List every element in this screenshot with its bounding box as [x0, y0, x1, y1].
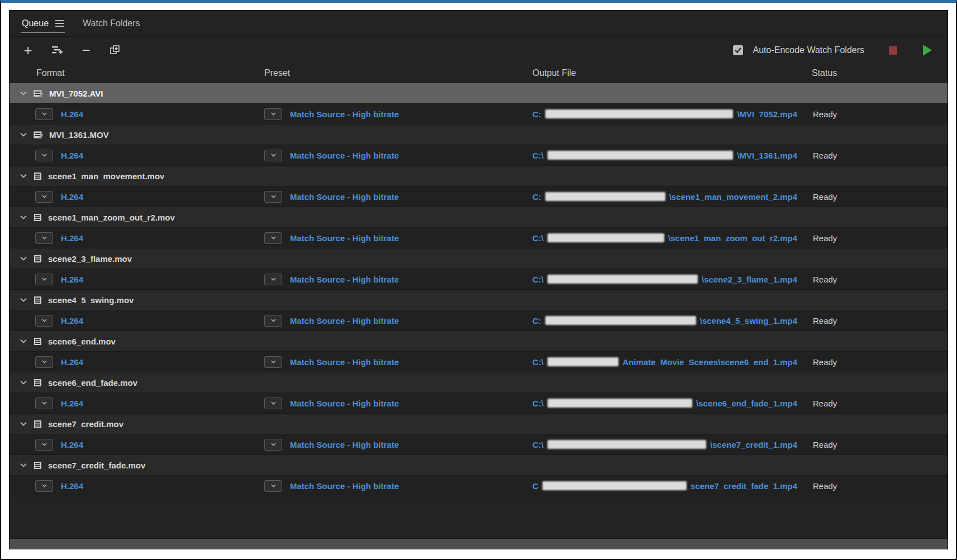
column-status: Status — [812, 68, 948, 78]
preset-link[interactable]: Match Source - High bitrate — [290, 316, 399, 326]
filmstrip-icon — [34, 379, 42, 387]
preset-link[interactable]: Match Source - High bitrate — [290, 192, 399, 202]
preset-link[interactable]: Match Source - High bitrate — [290, 151, 399, 160]
preset-dropdown[interactable] — [264, 439, 282, 451]
queue-source-row[interactable]: scene2_3_flame.mov — [9, 248, 948, 269]
source-name: scene7_credit.mov — [48, 419, 123, 429]
preset-link[interactable]: Match Source - High bitrate — [290, 233, 399, 243]
output-file-link[interactable]: C: \scene1_man_movement_2.mp4 — [532, 192, 812, 202]
preset-dropdown[interactable] — [264, 356, 282, 368]
queue-output-row[interactable]: H.264 Match Source - High bitrate C:\ \s… — [9, 434, 948, 455]
output-file-link[interactable]: C:\ \scene2_3_flame_1.mp4 — [532, 275, 812, 284]
output-file-link[interactable]: C:\ \scene7_credit_1.mp4 — [532, 440, 812, 449]
queue-output-row[interactable]: H.264 Match Source - High bitrate C scen… — [9, 476, 948, 496]
filmstrip-icon — [34, 461, 42, 470]
collapse-chevron-icon[interactable] — [20, 463, 27, 467]
remove-source-button[interactable]: − — [79, 43, 93, 58]
format-dropdown[interactable] — [35, 108, 53, 120]
preset-link[interactable]: Match Source - High bitrate — [290, 357, 399, 367]
format-link[interactable]: H.264 — [61, 316, 83, 326]
format-link[interactable]: H.264 — [61, 399, 83, 408]
format-link[interactable]: H.264 — [61, 109, 83, 119]
collapse-chevron-icon[interactable] — [20, 380, 27, 385]
output-file-link[interactable]: C:\ \MVI_1361.mp4 — [532, 151, 812, 160]
queue-output-row[interactable]: H.264 Match Source - High bitrate C: \MV… — [9, 104, 948, 125]
filmstrip-icon — [34, 172, 42, 180]
format-link[interactable]: H.264 — [61, 192, 83, 202]
collapse-chevron-icon[interactable] — [20, 422, 27, 426]
preset-link[interactable]: Match Source - High bitrate — [290, 481, 399, 491]
queue-source-row[interactable]: scene4_5_swing.mov — [9, 290, 948, 310]
panel-menu-icon[interactable] — [55, 20, 64, 27]
format-dropdown[interactable] — [35, 398, 53, 409]
format-link[interactable]: H.264 — [61, 357, 83, 367]
output-file-link[interactable]: C: \MVI_7052.mp4 — [532, 109, 812, 119]
output-file-link[interactable]: C:\ \scene6_end_fade_1.mp4 — [532, 399, 812, 408]
queue-source-row[interactable]: MVI_7052.AVI — [9, 83, 948, 104]
preset-dropdown[interactable] — [264, 398, 282, 409]
preset-dropdown[interactable] — [264, 315, 282, 327]
output-file-link[interactable]: C scene7_credit_fade_1.mp4 — [532, 481, 812, 491]
queue-output-row[interactable]: H.264 Match Source - High bitrate C: \sc… — [9, 310, 948, 331]
queue-source-row[interactable]: scene7_credit_fade.mov — [9, 455, 948, 476]
format-dropdown[interactable] — [35, 480, 53, 492]
preset-dropdown[interactable] — [264, 480, 282, 492]
format-link[interactable]: H.264 — [61, 233, 83, 243]
preset-link[interactable]: Match Source - High bitrate — [290, 399, 399, 408]
format-link[interactable]: H.264 — [61, 151, 83, 160]
queue-source-row[interactable]: scene1_man_zoom_out_r2.mov — [9, 207, 948, 228]
chevron-down-icon — [271, 195, 276, 198]
chevron-down-icon — [271, 360, 276, 363]
queue-source-row[interactable]: scene6_end.mov — [9, 331, 948, 352]
chevron-down-icon — [42, 401, 47, 405]
queue-source-row[interactable]: scene7_credit.mov — [9, 414, 948, 434]
format-link[interactable]: H.264 — [61, 275, 83, 284]
preset-dropdown[interactable] — [264, 274, 282, 285]
auto-encode-checkbox[interactable] — [733, 45, 743, 55]
queue-source-row[interactable]: MVI_1361.MOV — [9, 125, 948, 145]
collapse-chevron-icon[interactable] — [20, 91, 27, 95]
collapse-chevron-icon[interactable] — [20, 215, 27, 219]
preset-dropdown[interactable] — [264, 150, 282, 161]
queue-output-row[interactable]: H.264 Match Source - High bitrate C:\ \M… — [9, 145, 948, 166]
collapse-chevron-icon[interactable] — [20, 174, 27, 178]
collapse-chevron-icon[interactable] — [20, 256, 27, 261]
format-link[interactable]: H.264 — [61, 481, 83, 491]
preset-dropdown[interactable] — [264, 232, 282, 244]
add-source-button[interactable]: + — [21, 43, 35, 58]
format-dropdown[interactable] — [35, 274, 53, 285]
queue-output-row[interactable]: H.264 Match Source - High bitrate C: \sc… — [9, 186, 948, 207]
queue-output-row[interactable]: H.264 Match Source - High bitrate C:\ \s… — [9, 393, 948, 414]
output-path-redacted — [547, 275, 698, 284]
format-dropdown[interactable] — [35, 439, 53, 451]
format-dropdown[interactable] — [35, 315, 53, 327]
collapse-chevron-icon[interactable] — [20, 298, 27, 302]
queue-source-row[interactable]: scene1_man_movement.mov — [9, 166, 948, 186]
queue-source-row[interactable]: scene6_end_fade.mov — [9, 372, 948, 393]
output-file-link[interactable]: C: \scene4_5_swing_1.mp4 — [532, 316, 812, 326]
queue-output-row[interactable]: H.264 Match Source - High bitrate C:\ \s… — [9, 269, 948, 290]
preset-link[interactable]: Match Source - High bitrate — [290, 275, 399, 284]
format-dropdown[interactable] — [35, 356, 53, 368]
format-link[interactable]: H.264 — [61, 440, 83, 449]
tab-watch-folders[interactable]: Watch Folders — [83, 11, 140, 36]
preset-dropdown[interactable] — [264, 108, 282, 120]
preset-dropdown[interactable] — [264, 191, 282, 203]
start-queue-button[interactable] — [923, 45, 932, 56]
format-dropdown[interactable] — [35, 150, 53, 161]
preset-link[interactable]: Match Source - High bitrate — [290, 109, 399, 119]
output-file-link[interactable]: C:\ \scene1_man_zoom_out_r2.mp4 — [532, 233, 812, 243]
preset-link[interactable]: Match Source - High bitrate — [290, 440, 399, 449]
add-output-button[interactable] — [50, 43, 64, 58]
checkmark-icon — [735, 47, 741, 53]
tab-queue[interactable]: Queue — [22, 11, 64, 36]
format-dropdown[interactable] — [35, 232, 53, 244]
output-file-link[interactable]: C:\ Animate_Movie_Scenes\scene6_end_1.mp… — [532, 357, 812, 367]
collapse-chevron-icon[interactable] — [20, 339, 27, 343]
stop-queue-button[interactable] — [889, 46, 897, 55]
queue-output-row[interactable]: H.264 Match Source - High bitrate C:\ An… — [9, 352, 948, 372]
format-dropdown[interactable] — [35, 191, 53, 203]
collapse-chevron-icon[interactable] — [20, 132, 27, 137]
queue-output-row[interactable]: H.264 Match Source - High bitrate C:\ \s… — [9, 228, 948, 248]
duplicate-button[interactable] — [108, 43, 122, 58]
